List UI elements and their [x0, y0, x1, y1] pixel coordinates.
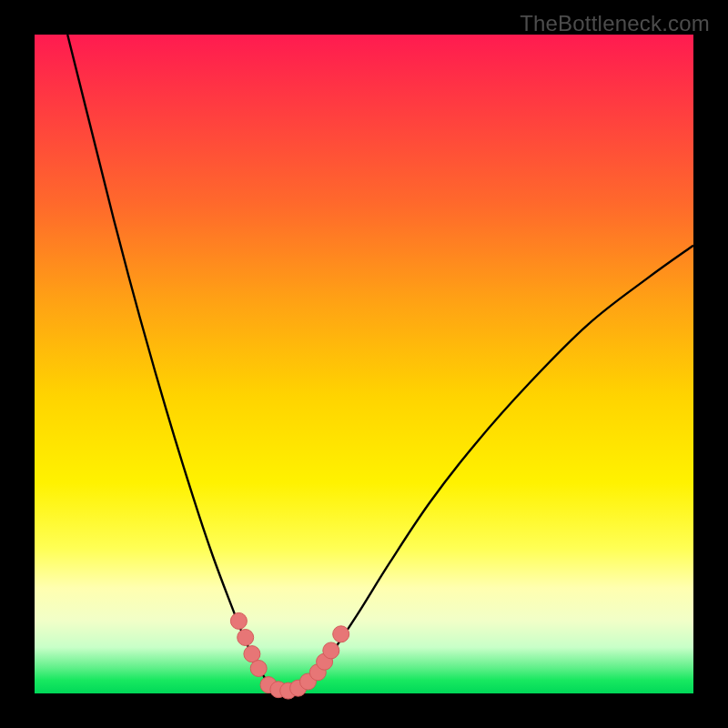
markers-group: [230, 612, 349, 699]
left-marker-3: [244, 646, 260, 662]
left-curve: [67, 35, 278, 693]
watermark-label: TheBottleneck.com: [520, 11, 710, 36]
right-marker-5: [333, 626, 349, 642]
chart-frame: TheBottleneck.com: [0, 0, 728, 728]
right-marker-4: [323, 642, 339, 659]
chart-svg: [35, 35, 693, 693]
left-marker-1: [230, 612, 247, 629]
plot-area: [35, 35, 693, 693]
left-marker-2: [238, 630, 254, 646]
right-curve: [298, 246, 693, 693]
left-marker-4: [250, 661, 267, 677]
